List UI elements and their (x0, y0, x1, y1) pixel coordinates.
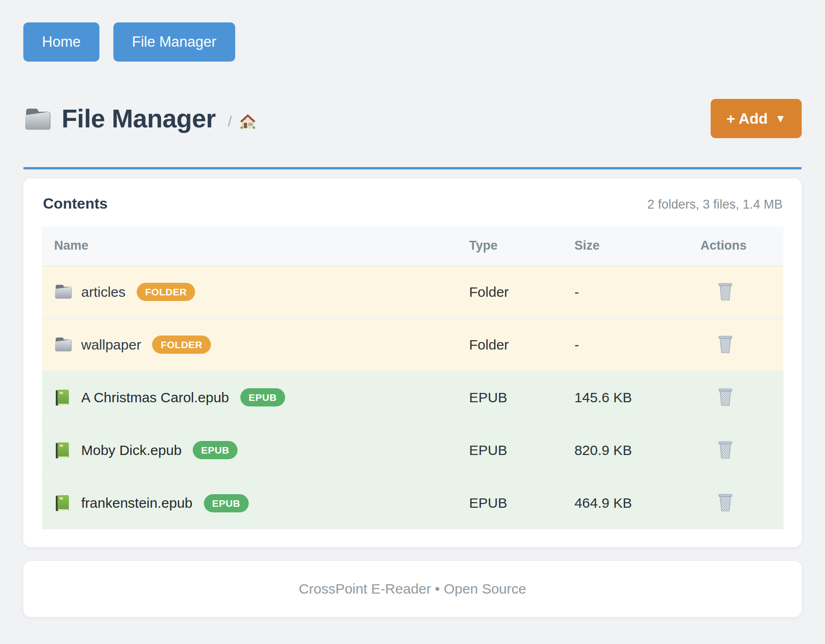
item-type: Folder (469, 266, 574, 318)
type-badge: EPUB (204, 494, 249, 512)
item-name-group: A Christmas Carol.epub EPUB (54, 388, 469, 406)
item-name-link[interactable]: A Christmas Carol.epub (81, 390, 229, 406)
item-type: EPUB (469, 371, 574, 424)
contents-summary: 2 folders, 3 files, 1.4 MB (647, 197, 783, 212)
add-button-label: + Add (727, 110, 768, 127)
type-badge: FOLDER (152, 336, 210, 354)
home-icon[interactable] (238, 112, 257, 131)
column-header-type: Type (469, 226, 574, 266)
top-navigation: Home File Manager (23, 22, 802, 62)
item-name-group: articles FOLDER (54, 283, 469, 301)
contents-title: Contents (43, 195, 108, 212)
trash-icon[interactable] (717, 387, 734, 406)
item-name-link[interactable]: articles (81, 284, 126, 300)
item-type: EPUB (469, 476, 574, 529)
item-name-group: frankenstein.epub EPUB (54, 494, 469, 512)
caret-down-icon: ▼ (775, 113, 786, 124)
contents-card: Contents 2 folders, 3 files, 1.4 MB Name… (23, 178, 802, 547)
footer: CrossPoint E-Reader • Open Source (23, 561, 802, 617)
item-size: 820.9 KB (574, 424, 700, 476)
item-type: EPUB (469, 424, 574, 476)
contents-card-header: Contents 2 folders, 3 files, 1.4 MB (42, 195, 783, 212)
item-size: 145.6 KB (574, 371, 700, 424)
table-row: wallpaper FOLDER Folder - (42, 318, 783, 371)
table-row: A Christmas Carol.epub EPUB EPUB 145.6 K… (42, 371, 783, 424)
file-table: Name Type Size Actions articles FOLDER F… (42, 226, 783, 529)
table-row: frankenstein.epub EPUB EPUB 464.9 KB (42, 476, 783, 529)
type-badge: EPUB (240, 388, 285, 406)
item-name-group: wallpaper FOLDER (54, 336, 469, 354)
nav-file-manager-button[interactable]: File Manager (113, 22, 235, 62)
trash-icon[interactable] (717, 334, 734, 354)
table-row: articles FOLDER Folder - (42, 266, 783, 318)
file-table-body: articles FOLDER Folder - wallpaper FOLDE… (42, 266, 783, 529)
item-type: Folder (469, 318, 574, 371)
item-name-group: Moby Dick.epub EPUB (54, 441, 469, 459)
column-header-actions: Actions (700, 226, 783, 266)
item-name-link[interactable]: Moby Dick.epub (81, 442, 182, 458)
column-header-name: Name (42, 226, 469, 266)
trash-icon[interactable] (717, 440, 734, 459)
item-size: - (574, 318, 700, 371)
folder-icon (54, 283, 72, 301)
table-row: Moby Dick.epub EPUB EPUB 820.9 KB (42, 424, 783, 476)
type-badge: EPUB (193, 441, 238, 459)
title-group: File Manager / (23, 104, 257, 133)
breadcrumb-separator: / (228, 113, 232, 130)
item-name-link[interactable]: frankenstein.epub (81, 495, 193, 511)
page-title: File Manager (62, 104, 216, 133)
trash-icon[interactable] (717, 281, 734, 301)
nav-home-button[interactable]: Home (23, 22, 99, 62)
item-name-link[interactable]: wallpaper (81, 337, 141, 353)
table-header-row: Name Type Size Actions (42, 226, 783, 266)
page-header: File Manager / + Add ▼ (23, 99, 802, 138)
add-button[interactable]: + Add ▼ (711, 99, 802, 138)
column-header-size: Size (574, 226, 700, 266)
trash-icon[interactable] (717, 492, 734, 512)
type-badge: FOLDER (137, 283, 195, 301)
folder-icon (23, 106, 51, 131)
title-underline (23, 167, 802, 169)
item-size: - (574, 266, 700, 318)
book-icon (54, 389, 72, 406)
book-icon (54, 441, 72, 459)
book-icon (54, 494, 72, 512)
item-size: 464.9 KB (574, 476, 700, 529)
footer-text: CrossPoint E-Reader • Open Source (299, 581, 526, 597)
folder-icon (54, 336, 72, 354)
page: Home File Manager File Manager / + Add ▼… (0, 0, 825, 617)
